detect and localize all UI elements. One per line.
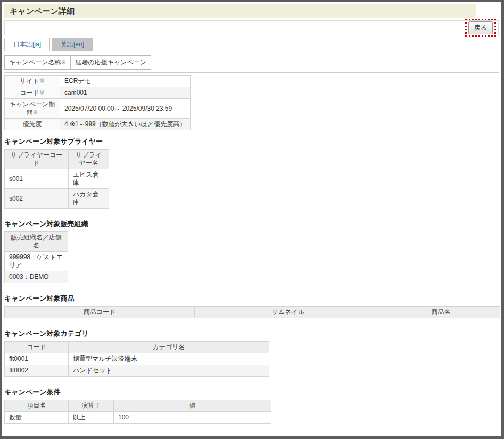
tab-japanese[interactable]: 日本語[ja] [4,38,50,51]
column-header: サプライヤーコード [5,150,69,169]
campaign-info-table: サイト※ ECRデモ コード※ cam001 キャンペーン期間※ 2025/07… [4,75,191,130]
category-name: ハンドセット [69,365,269,377]
table-row: サイト※ ECRデモ [5,76,191,87]
required-mark: ※ [61,59,66,66]
required-mark: ※ [39,89,45,96]
window-frame: キャンペーン詳細 戻る 日本語[ja] 英語[en] キャンペーン名称※ 猛暑の… [0,0,504,439]
language-tabs: 日本語[ja] 英語[en] [4,38,499,51]
page-title: キャンペーン詳細 [4,4,476,18]
tab-japanese-label[interactable]: 日本語[ja] [13,40,41,48]
campaign-name-label: キャンペーン名称※ [5,56,71,70]
priority-value: 4 ※1～999（数値が大きいほど優先度高） [60,119,191,130]
column-header: 販売組織名／店舗名 [5,232,68,252]
column-header: 演算子 [69,400,114,412]
supplier-name: エビス倉庫 [69,169,109,189]
table-header-row: サプライヤーコード サプライヤー名 [5,150,109,169]
table-header-row: コード カテゴリ名 [5,342,269,353]
column-header: サムネイル [195,307,382,318]
site-label: サイト※ [5,76,60,87]
code-label: コード※ [5,87,60,99]
supplier-code: s002 [5,189,69,209]
required-mark: ※ [32,109,38,116]
back-button-top[interactable]: 戻る [468,21,493,34]
table-header-row: 販売組織名／店舗名 [5,232,68,252]
condition-item: 数量 [5,412,69,424]
condition-operator: 以上 [69,412,114,424]
table-row: キャンペーン名称※ 猛暑の応援キャンペーン [5,56,151,70]
table-row: flt0002 ハンドセット [5,365,269,377]
column-header: サプライヤー名 [69,150,109,169]
table-row: 優先度 4 ※1～999（数値が大きいほど優先度高） [5,119,191,130]
table-row: s001 エビス倉庫 [5,169,109,189]
tab-english-label[interactable]: 英語[en] [61,40,84,48]
tab-english[interactable]: 英語[en] [52,38,93,51]
table-header-row: 商品コード サムネイル 商品名 [5,307,500,318]
suppliers-table: サプライヤーコード サプライヤー名 s001 エビス倉庫 s002 ハカタ倉庫 [4,149,109,209]
page-content: キャンペーン詳細 戻る 日本語[ja] 英語[en] キャンペーン名称※ 猛暑の… [2,2,501,436]
column-header: 商品コード [5,307,195,318]
column-header: 項目名 [5,400,69,412]
table-row: s002 ハカタ倉庫 [5,189,109,209]
categories-table: コード カテゴリ名 flt0001 据置型マルチ決済端末 flt0002 ハンド… [4,341,269,377]
column-header: 商品名 [382,307,500,318]
table-header-row: 項目名 演算子 値 [5,400,271,412]
sales-orgs-table: 販売組織名／店舗名 999998：ゲストエリア 0003：DEMO [4,231,68,283]
code-value: cam001 [60,87,191,99]
table-row: 999998：ゲストエリア [5,252,68,271]
column-header: コード [5,342,69,353]
conditions-table: 項目名 演算子 値 数量 以上 100 [4,400,271,424]
sales-org-name: 999998：ゲストエリア [5,252,68,271]
table-row: flt0001 据置型マルチ決済端末 [5,353,269,365]
conditions-section-title: キャンペーン条件 [4,387,499,396]
products-table: 商品コード サムネイル 商品名 [4,306,500,318]
category-code: flt0002 [5,365,69,377]
supplier-name: ハカタ倉庫 [69,189,109,209]
suppliers-section-title: キャンペーン対象サプライヤー [4,137,499,146]
table-row: 数量 以上 100 [5,412,271,424]
required-mark: ※ [39,77,45,85]
top-toolbar: 戻る [4,20,499,35]
products-section-title: キャンペーン対象商品 [4,294,499,303]
sales-orgs-section-title: キャンペーン対象販売組織 [4,219,499,228]
campaign-name-value: 猛暑の応援キャンペーン [71,56,151,70]
supplier-code: s001 [5,169,69,189]
category-code: flt0001 [5,353,69,365]
table-row: コード※ cam001 [5,87,191,99]
categories-section-title: キャンペーン対象カテゴリ [4,329,499,338]
condition-value: 100 [114,412,271,424]
column-header: 値 [114,400,271,412]
table-row: 0003：DEMO [5,271,68,283]
period-value: 2025/07/20 00:00～ 2025/09/30 23:59 [60,99,191,119]
site-value: ECRデモ [60,76,191,87]
sales-org-name: 0003：DEMO [5,271,68,283]
period-label: キャンペーン期間※ [5,99,60,119]
category-name: 据置型マルチ決済端末 [69,353,269,365]
column-header: カテゴリ名 [69,342,269,353]
table-row: キャンペーン期間※ 2025/07/20 00:00～ 2025/09/30 2… [5,99,191,119]
separator-line [4,72,499,73]
highlight-annotation-top-back: 戻る [465,19,496,37]
campaign-name-table: キャンペーン名称※ 猛暑の応援キャンペーン [4,55,151,70]
priority-label: 優先度 [5,119,60,130]
